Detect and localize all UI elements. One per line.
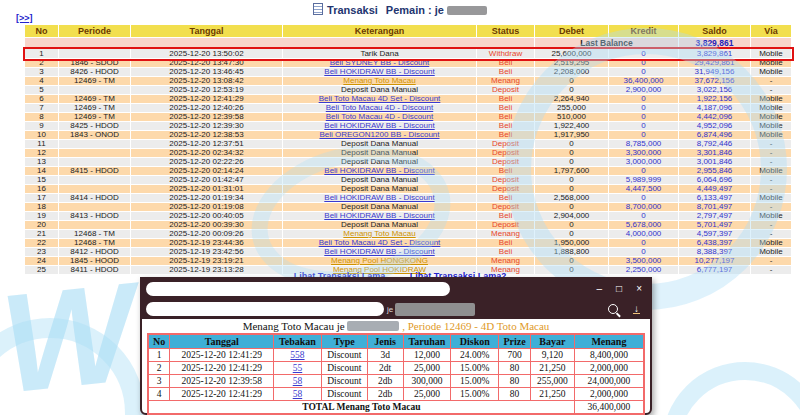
periode-text: 8415 - HDOD — [70, 167, 118, 176]
cell-tanggal: 2025-12-20 00:09:26 — [131, 230, 283, 239]
cell-tanggal: 2025-12-20 00:40:05 — [131, 212, 283, 221]
keterangan-link[interactable]: Menang Pool HONGKONG — [331, 257, 428, 266]
cell-keterangan[interactable]: Beli SYDNEY BB - Discount — [283, 59, 477, 68]
zoom-icon[interactable] — [608, 304, 618, 314]
page-title-player: Pemain : je — [386, 4, 444, 16]
saldo-value: 6,064,696 — [697, 176, 733, 185]
row-number: 10 — [37, 131, 46, 140]
tebakan-link[interactable]: 55 — [293, 363, 303, 373]
cell-keterangan[interactable]: Beli HOKIDRAW BB - Discount — [283, 194, 477, 203]
cell-status: Deposit — [477, 86, 535, 95]
detail-cell-tanggal: 2025-12-20 12:39:58 — [170, 375, 274, 388]
tebakan-link[interactable]: 558 — [290, 350, 304, 360]
cell-debet: 0 — [535, 140, 609, 149]
keterangan-link[interactable]: Beli HOKIDRAW BB - Discount — [324, 194, 434, 203]
cell-keterangan[interactable]: Beli OREGON1200 BB - Discount — [283, 131, 477, 140]
cell-debet: 25,600,000 — [535, 49, 609, 59]
detail-menang: 2,000,000 — [590, 363, 628, 373]
keterangan-link[interactable]: Beli HOKIDRAW BB - Discount — [324, 248, 434, 257]
detail-cell-tebakan[interactable]: 58 — [274, 375, 322, 388]
status-text: Beli — [499, 212, 512, 221]
cell-keterangan[interactable]: Menang Toto Macau — [283, 77, 477, 86]
cell-saldo: 5,701,497 — [679, 221, 751, 230]
download-icon[interactable]: ↓ — [633, 304, 640, 314]
cell-tanggal: 2025-12-20 12:37:51 — [131, 140, 283, 149]
close-button[interactable]: × — [636, 284, 642, 294]
keterangan-link[interactable]: Beli HOKIDRAW BB - Discount — [324, 68, 434, 77]
cell-no: 10 — [25, 131, 59, 140]
col-header-kredit: Kredit — [609, 25, 679, 38]
detail-no: 3 — [157, 376, 162, 386]
keterangan-link[interactable]: Beli SYDNEY BB - Discount — [330, 59, 429, 68]
status-text: Beli — [499, 122, 512, 131]
detail-total-value: 36,400,000 — [574, 401, 644, 415]
kredit-value: 0 — [641, 59, 645, 68]
keterangan-link[interactable]: Menang Toto Macau — [343, 230, 415, 239]
cell-kredit: 0 — [609, 194, 679, 203]
saldo-value: 4,952,096 — [697, 122, 733, 131]
cell-periode: 12469 - TM — [59, 95, 131, 104]
keterangan-link[interactable]: Beli OREGON1200 BB - Discount — [319, 131, 439, 140]
cell-tanggal: 2025-12-20 12:39:58 — [131, 113, 283, 122]
tanggal-text: 2025-12-20 13:46:45 — [169, 68, 243, 77]
detail-cell-tebakan[interactable]: 58 — [274, 388, 322, 401]
saldo-value: 4,187,096 — [697, 104, 733, 113]
cell-keterangan[interactable]: Beli Toto Macau 4D Set - Discount — [283, 95, 477, 104]
browser-tab[interactable] — [146, 282, 450, 296]
cell-via: Mobile — [751, 122, 792, 131]
cell-keterangan[interactable]: Beli HOKIDRAW BB - Discount — [283, 68, 477, 77]
cell-keterangan[interactable]: Beli HOKIDRAW BB - Discount — [283, 248, 477, 257]
cell-keterangan[interactable]: Beli HOKIDRAW BB - Discount — [283, 167, 477, 176]
debet-value: 1,888,800 — [554, 248, 590, 257]
status-text: Deposit — [492, 221, 519, 230]
detail-bayar: 21,250 — [539, 363, 565, 373]
cell-kredit: 0 — [609, 167, 679, 176]
tanggal-text: 2025-12-20 12:39:30 — [169, 122, 243, 131]
cell-keterangan[interactable]: Beli Toto Macau 4D Set - Discount — [283, 239, 477, 248]
keterangan-link[interactable]: Beli Toto Macau 4D Set - Discount — [319, 95, 441, 104]
detail-tanggal: 2025-12-20 12:41:29 — [181, 363, 261, 373]
tebakan-link[interactable]: 58 — [293, 376, 303, 386]
detail-jenis: 2db — [378, 376, 392, 386]
via-text: Mobile — [759, 167, 783, 176]
address-bar[interactable] — [146, 302, 384, 316]
cell-keterangan[interactable]: Beli HOKIDRAW BB - Discount — [283, 122, 477, 131]
cell-tanggal: 2025-12-20 02:22:26 — [131, 158, 283, 167]
keterangan-link[interactable]: Beli HOKIDRAW BB - Discount — [324, 122, 434, 131]
keterangan-link[interactable]: Beli Toto Macau 4D - Discount — [326, 104, 433, 113]
detail-cell-tanggal: 2025-12-20 12:41:29 — [170, 388, 274, 401]
cell-keterangan[interactable]: Beli Toto Macau 4D - Discount — [283, 113, 477, 122]
detail-cell-tebakan[interactable]: 558 — [274, 349, 322, 362]
maximize-button[interactable]: □ — [616, 284, 622, 294]
keterangan-link[interactable]: Beli Toto Macau 4D - Discount — [326, 113, 433, 122]
detail-row: 12025-12-20 12:41:29558Discount3d12,0002… — [148, 349, 644, 362]
saldo-value: 10,277,197 — [694, 257, 734, 266]
minimize-button[interactable]: – — [597, 284, 603, 294]
keterangan-link[interactable]: Beli HOKIDRAW BB - Discount — [324, 212, 434, 221]
detail-col-jenis: Jenis — [367, 334, 403, 349]
detail-tanggal: 2025-12-20 12:41:29 — [181, 350, 261, 360]
tebakan-link[interactable]: 58 — [293, 389, 303, 399]
keterangan-link[interactable]: Beli HOKIDRAW BB - Discount — [324, 167, 434, 176]
cell-periode: 12469 - TM — [59, 104, 131, 113]
tanggal-text: 2025-12-20 01:19:34 — [169, 194, 243, 203]
cell-via: Mobile — [751, 68, 792, 77]
keterangan-link[interactable]: Beli Toto Macau 4D Set - Discount — [319, 239, 441, 248]
cell-via: Mobile — [751, 212, 792, 221]
debet-value: 0 — [569, 176, 573, 185]
detail-col-diskon: Diskon — [451, 334, 499, 349]
keterangan-link[interactable]: Menang Toto Macau — [343, 77, 415, 86]
cell-kredit: 8,785,000 — [609, 140, 679, 149]
detail-diskon: 15.00% — [460, 363, 489, 373]
debet-value: 255,000 — [557, 104, 586, 113]
saldo-value: 3,829,861 — [697, 49, 733, 58]
cell-keterangan[interactable]: Beli HOKIDRAW BB - Discount — [283, 212, 477, 221]
transactions-table: No Periode Tanggal Keterangan Status Deb… — [24, 24, 792, 274]
periode-text: 1843 - ONOD — [70, 131, 119, 140]
detail-cell-no: 3 — [148, 375, 170, 388]
col-header-tanggal: Tanggal — [131, 25, 283, 38]
detail-cell-tebakan[interactable]: 55 — [274, 362, 322, 375]
detail-col-tebakan: Tebakan — [274, 334, 322, 349]
cell-keterangan[interactable]: Menang Toto Macau — [283, 230, 477, 239]
cell-keterangan[interactable]: Beli Toto Macau 4D - Discount — [283, 104, 477, 113]
